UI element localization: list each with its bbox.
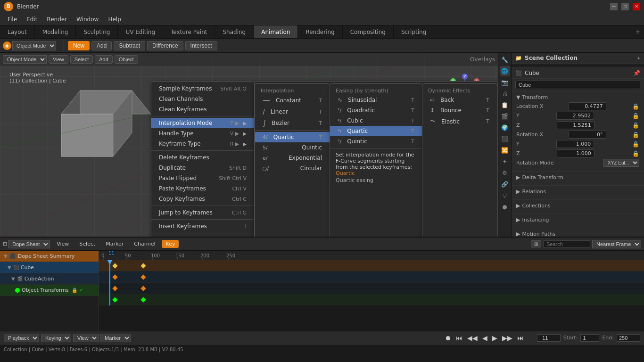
lock-rx-icon[interactable]: 🔒 (632, 132, 639, 138)
pb-skip-end-btn[interactable]: ⏭ (515, 333, 526, 343)
interp-circular[interactable]: ○/ Circular (255, 163, 330, 173)
keyframe-summary-2[interactable] (140, 263, 146, 268)
transform-title[interactable]: ▼ Transform (516, 94, 639, 100)
menu-file[interactable]: File (4, 15, 21, 24)
tab-layout[interactable]: Layout (0, 25, 35, 38)
scale-z-value[interactable]: 1.000 (557, 149, 594, 157)
keyframe-action-2[interactable] (140, 286, 146, 291)
minimize-button[interactable]: ─ (610, 3, 618, 10)
new-button[interactable]: New (68, 41, 90, 50)
ctx-sample-keyframes[interactable]: Sample Keyframes Shift Alt O (151, 83, 254, 94)
dope-filter-btn[interactable]: ⊞ (531, 240, 541, 247)
lock-sy-icon[interactable]: 🔒 (632, 141, 639, 148)
rotation-x-value[interactable]: 0° (569, 131, 606, 139)
ctx-mirror[interactable]: Mirror Ctrl M ▶ (151, 235, 254, 237)
instancing-title[interactable]: ▶ Instancing (516, 217, 639, 223)
lock-y-icon[interactable]: 🔒 (632, 113, 639, 119)
props-pin[interactable]: 📌 (633, 70, 640, 76)
dope-search-input[interactable] (543, 240, 590, 248)
tool-icon[interactable]: 🔧 (500, 55, 510, 65)
menu-render[interactable]: Render (43, 15, 71, 24)
menu-help[interactable]: Help (104, 15, 124, 24)
tab-animation[interactable]: Animation (254, 25, 298, 38)
scene-icon[interactable]: 🌐 (500, 66, 510, 76)
interp-constant[interactable]: — Constant T (255, 95, 330, 106)
ctx-insert-keyframes[interactable]: Insert Keyframes I (151, 221, 254, 231)
ctx-paste-flipped[interactable]: Paste Flipped Shift Ctrl V (151, 173, 254, 183)
dynamic-bounce[interactable]: ↕ Bounce T (422, 105, 497, 115)
location-z-value[interactable]: 1.5251 (557, 121, 594, 129)
menu-edit[interactable]: Edit (23, 15, 41, 24)
lock-z-icon[interactable]: 🔒 (632, 122, 639, 129)
easing-cubic[interactable]: ³/ Cubic T (330, 115, 422, 126)
tab-compositing[interactable]: Compositing (343, 25, 394, 38)
pb-play-btn[interactable]: ▶ (490, 333, 499, 343)
location-y-value[interactable]: 2.9502 (556, 112, 594, 120)
pb-record-btn[interactable]: ⏺ (443, 333, 453, 343)
new-collection-btn[interactable]: + (637, 55, 640, 61)
location-x-value[interactable]: 0.4727 (569, 102, 606, 110)
ctx-delete-keyframes[interactable]: Delete Keyframes (151, 152, 254, 163)
material-icon[interactable]: ● (500, 202, 510, 212)
data-icon[interactable]: ▽ (500, 190, 510, 201)
tab-sculpting[interactable]: Sculpting (76, 25, 118, 38)
ctx-copy-keyframes[interactable]: Copy Keyframes Ctrl C (151, 194, 254, 204)
vp-view-btn[interactable]: View (49, 55, 68, 64)
scene-props-icon[interactable]: 🎬 (500, 111, 510, 122)
world-icon[interactable]: 🌍 (500, 123, 510, 133)
add-workspace-btn[interactable]: + (632, 25, 644, 38)
tab-scripting[interactable]: Scripting (394, 25, 434, 38)
menu-window[interactable]: Window (73, 15, 102, 24)
dynamic-back[interactable]: ↩ Back T (422, 95, 497, 105)
tab-modeling[interactable]: Modeling (35, 25, 76, 38)
interp-bezier[interactable]: ∫ Bezier T (255, 117, 330, 129)
easing-quadratic[interactable]: ²/ Quadratic T (330, 105, 422, 115)
ctx-clean-keyframes[interactable]: Clean Keyframes (151, 104, 254, 115)
vp-overlay-btn[interactable]: Overlays (470, 56, 495, 63)
pb-prev-keyframe-btn[interactable]: ◀ (480, 333, 489, 343)
channel-dope-summary[interactable]: ▼ ⬛ Dope Sheet Summary (0, 251, 99, 262)
keyframe-cube-2[interactable] (140, 274, 146, 280)
ctx-keyframe-type[interactable]: Keyframe Type R ▶ (151, 139, 254, 149)
keyframe-transforms-1[interactable] (112, 297, 117, 302)
keyframe-action-1[interactable] (112, 286, 117, 291)
dope-view-menu[interactable]: View (53, 240, 73, 248)
ctx-handle-type[interactable]: Handle Type V ▶ (151, 128, 254, 139)
interp-linear[interactable]: / Linear T (255, 106, 330, 117)
vp-object-btn[interactable]: Object (115, 55, 138, 64)
intersect-button[interactable]: Intersect (185, 41, 217, 50)
easing-quartic[interactable]: ⁴/ Quartic T (330, 126, 422, 136)
lock-sz-icon[interactable]: 🔒 (632, 150, 639, 157)
relations-title[interactable]: ▶ Relations (516, 189, 639, 195)
keyframe-cube-1[interactable] (112, 274, 117, 280)
difference-button[interactable]: Difference (147, 41, 183, 50)
timeline-cursor[interactable] (109, 260, 110, 305)
easing-sinusoidal[interactable]: ∿ Sinusoidal T (330, 95, 422, 105)
channel-cube[interactable]: ▼ ⬛ Cube (0, 262, 99, 273)
keyframe-summary-1[interactable] (112, 263, 117, 268)
interp-exponential[interactable]: e/ Exponential (255, 153, 330, 163)
pb-marker-select[interactable]: Marker (100, 334, 131, 342)
vp-select-btn[interactable]: Select (70, 55, 93, 64)
ctx-duplicate[interactable]: Duplicate Shift D (151, 163, 254, 173)
render-icon[interactable]: 📷 (500, 77, 510, 88)
pb-skip-start-btn[interactable]: ⏮ (454, 333, 464, 343)
viewport[interactable]: Object Mode View Select Add Object Overl… (0, 53, 498, 237)
dope-timeline[interactable]: 0 50 100 150 200 250 (99, 251, 644, 331)
motion-paths-title[interactable]: ▶ Motion Paths (516, 231, 639, 237)
vp-mode-select[interactable]: Object Mode (3, 55, 47, 64)
tab-rendering[interactable]: Rendering (298, 25, 342, 38)
add-button[interactable]: Add (91, 41, 112, 50)
dope-select-menu[interactable]: Select (75, 240, 99, 248)
dope-marker-menu[interactable]: Marker (102, 240, 127, 248)
collections-title[interactable]: ▶ Collections (516, 203, 639, 209)
physics-icon[interactable]: ⚙ (500, 168, 510, 178)
modifier-icon[interactable]: 🔀 (500, 145, 510, 156)
dope-key-menu[interactable]: Key (162, 240, 179, 248)
close-button[interactable]: ✕ (633, 3, 640, 10)
tab-texture-paint[interactable]: Texture Paint (163, 25, 215, 38)
channel-cube-action[interactable]: ▼ 🎬 CubeAction (0, 273, 99, 285)
current-frame-input[interactable]: 11 (537, 334, 561, 342)
rotation-mode-select[interactable]: XYZ Eul... (603, 159, 639, 167)
maximize-button[interactable]: □ (621, 3, 629, 10)
